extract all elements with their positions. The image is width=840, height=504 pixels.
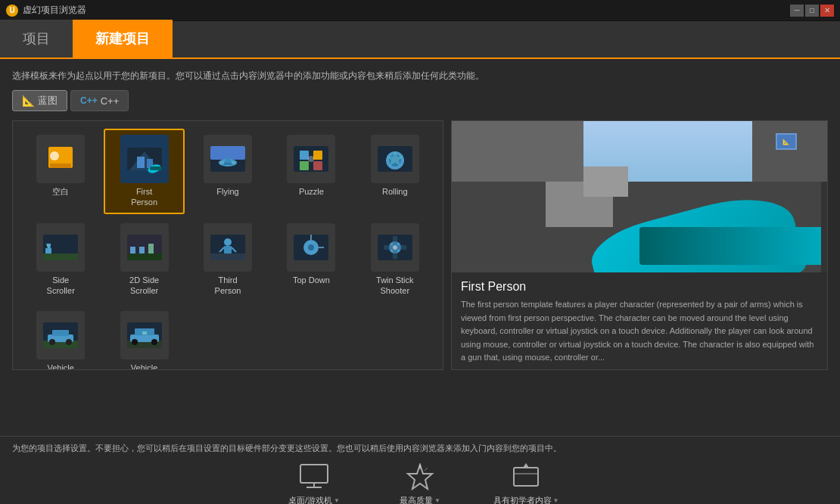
window-controls: ─ □ ✕ [790, 5, 834, 17]
puzzle-icon [287, 135, 335, 183]
svg-rect-13 [222, 163, 233, 165]
svg-rect-26 [43, 254, 78, 260]
svg-point-61 [132, 339, 138, 345]
template-third-person[interactable]: ThirdPerson [188, 217, 268, 303]
tab-projects[interactable]: 项目 [0, 20, 73, 58]
bottom-info-text: 为您的项目选择设置。不要担心，您可以稍后在项目设置的目标硬件部分变更这些设置。您… [12, 443, 828, 454]
tab-bar: 项目 新建项目 [0, 21, 840, 59]
svg-rect-31 [127, 254, 162, 260]
2d-side-icon [120, 223, 169, 272]
first-person-label: FirstPerson [131, 186, 157, 208]
template-first-person[interactable]: FirstPerson [104, 129, 184, 214]
minimize-button[interactable]: ─ [790, 5, 804, 17]
blueprint-icon: 📐 [22, 95, 35, 107]
bottom-bar: 为您的项目选择设置。不要担心，您可以稍后在项目设置的目标硬件部分变更这些设置。您… [0, 436, 840, 504]
svg-rect-32 [130, 247, 135, 254]
side-scroller-icon [36, 223, 85, 272]
preview-description: The first person template features a pla… [461, 298, 818, 365]
bottom-options: 桌面/游戏机 ▼ 最高质量 ▼ [12, 462, 828, 504]
starter-option[interactable]: 具有初学者内容 ▼ [481, 462, 571, 504]
preview-scrollbar-thumb [821, 121, 827, 182]
template-twin-stick[interactable]: Twin StickShooter [355, 217, 435, 303]
cpp-icon: C++ [80, 95, 98, 106]
svg-rect-33 [139, 247, 145, 254]
template-flying[interactable]: Flying [188, 129, 268, 214]
close-button[interactable]: ✕ [820, 5, 834, 17]
template-top-down[interactable]: Top Down [271, 217, 351, 303]
preview-title: First Person [461, 280, 818, 294]
preview-image: 📐 [452, 121, 827, 272]
puzzle-label: Puzzle [299, 186, 324, 197]
flying-icon [204, 135, 252, 183]
quality-option[interactable]: 最高质量 ▼ [375, 462, 465, 504]
template-blank[interactable]: 空白 [20, 129, 101, 214]
svg-rect-34 [148, 244, 154, 254]
starter-dropdown-arrow: ▼ [553, 497, 559, 504]
type-tab-blueprint[interactable]: 📐 蓝图 [12, 90, 67, 111]
svg-rect-17 [300, 151, 309, 160]
svg-rect-20 [313, 161, 322, 170]
main-content: 选择模板来作为起点以用于您的新项目。您可以通过点击内容浏览器中的添加功能或内容包… [0, 59, 840, 436]
quality-dropdown-arrow: ▼ [434, 497, 440, 504]
svg-rect-8 [150, 166, 162, 170]
platform-label-row: 桌面/游戏机 ▼ [288, 495, 340, 504]
template-grid: 空白 FirstPerson [12, 120, 443, 370]
preview-panel: 📐 First Person The first person template… [451, 120, 828, 370]
blank-label: 空白 [52, 186, 69, 197]
subtitle-text: 选择模板来作为起点以用于您的新项目。您可以通过点击内容浏览器中的添加功能或内容包… [12, 70, 828, 82]
third-person-icon [204, 223, 252, 272]
svg-rect-1 [50, 163, 71, 168]
2d-side-label: 2D SideScroller [129, 275, 159, 297]
top-down-icon [287, 223, 335, 272]
twin-stick-icon [371, 223, 419, 272]
scene-blueprint-icon: 📐 [776, 133, 797, 150]
platform-label: 桌面/游戏机 [288, 495, 332, 504]
title-text: 虚幻项目浏览器 [23, 4, 790, 17]
svg-rect-63 [142, 331, 147, 334]
svg-rect-18 [313, 151, 322, 160]
restore-button[interactable]: □ [805, 5, 819, 17]
platform-dropdown-arrow: ▼ [334, 497, 340, 504]
quality-label-row: 最高质量 ▼ [400, 495, 440, 504]
template-side-scroller[interactable]: SideScroller [20, 217, 101, 303]
rolling-label: Rolling [382, 186, 408, 197]
template-2d-side[interactable]: 2D SideScroller [104, 217, 184, 303]
type-tab-cpp[interactable]: C++ C++ [70, 90, 129, 111]
template-puzzle[interactable]: Puzzle [271, 129, 351, 214]
vehicle-advanced-icon [120, 311, 169, 359]
quality-label: 最高质量 [400, 495, 433, 504]
titlebar: U 虚幻项目浏览器 ─ □ ✕ [0, 0, 840, 21]
content-area: 空白 FirstPerson [12, 120, 828, 370]
flying-label: Flying [216, 186, 238, 197]
platform-option[interactable]: 桌面/游戏机 ▼ [269, 462, 359, 504]
template-rolling[interactable]: Rolling [355, 129, 435, 214]
template-vehicle[interactable]: Vehicle [20, 305, 101, 370]
vehicle-icon [36, 311, 85, 359]
platform-icon [295, 462, 333, 492]
svg-point-21 [308, 156, 314, 162]
svg-rect-19 [300, 161, 309, 170]
svg-rect-5 [137, 157, 145, 168]
template-vehicle-advanced[interactable]: VehicleAdvanced [104, 305, 184, 370]
tab-new-project[interactable]: 新建项目 [73, 20, 173, 58]
preview-scrollbar[interactable] [821, 121, 827, 272]
twin-stick-label: Twin StickShooter [376, 275, 414, 297]
blank-icon [36, 135, 85, 183]
svg-point-37 [224, 238, 232, 246]
svg-point-62 [151, 339, 157, 345]
svg-point-2 [50, 151, 59, 160]
svg-rect-27 [45, 248, 51, 254]
svg-point-43 [308, 244, 314, 250]
svg-rect-70 [514, 468, 538, 486]
app-icon: U [6, 5, 18, 17]
starter-label-row: 具有初学者内容 ▼ [493, 495, 559, 504]
preview-info: First Person The first person template f… [452, 272, 827, 369]
starter-label: 具有初学者内容 [493, 495, 552, 504]
svg-rect-36 [210, 254, 245, 260]
svg-marker-72 [523, 463, 529, 468]
first-person-icon [120, 135, 169, 183]
svg-rect-64 [300, 465, 328, 483]
vehicle-advanced-label: VehicleAdvanced [126, 362, 163, 370]
quality-icon [401, 462, 439, 492]
rolling-icon [371, 135, 419, 183]
